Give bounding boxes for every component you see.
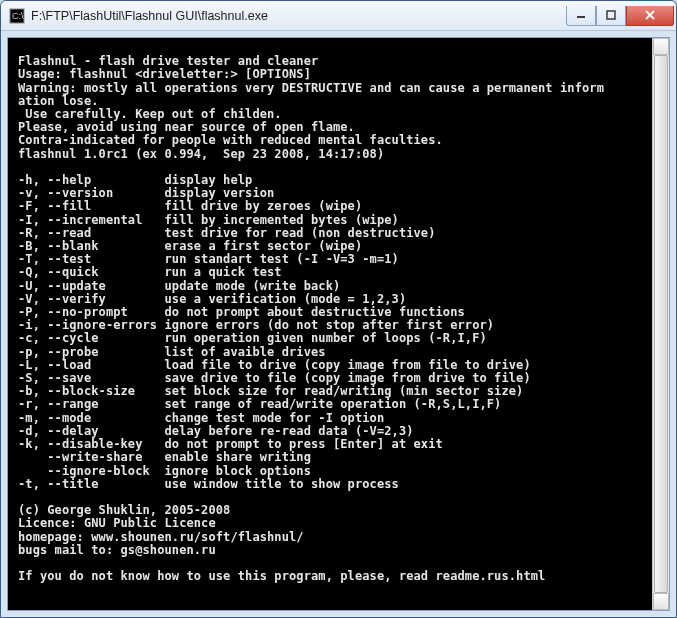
close-icon <box>645 10 655 20</box>
scrollbar-track[interactable] <box>653 55 669 593</box>
vertical-scrollbar[interactable] <box>652 38 669 610</box>
chevron-up-icon <box>657 44 665 50</box>
minimize-button[interactable] <box>566 6 596 26</box>
maximize-icon <box>606 10 616 20</box>
scroll-down-button[interactable] <box>653 593 669 610</box>
app-window: C:\ F:\FTP\FlashUtil\Flashnul GUI\flashn… <box>0 0 677 618</box>
scrollbar-thumb[interactable] <box>654 55 668 593</box>
titlebar[interactable]: C:\ F:\FTP\FlashUtil\Flashnul GUI\flashn… <box>1 1 676 31</box>
minimize-icon <box>576 10 586 20</box>
window-title: F:\FTP\FlashUtil\Flashnul GUI\flashnul.e… <box>31 9 566 23</box>
svg-rect-3 <box>607 11 615 19</box>
scroll-up-button[interactable] <box>653 38 669 55</box>
chevron-down-icon <box>657 599 665 605</box>
close-button[interactable] <box>626 6 674 26</box>
console-output[interactable]: Flashnul - flash drive tester and cleane… <box>8 38 669 610</box>
svg-text:C:\: C:\ <box>12 11 24 21</box>
window-controls <box>566 6 674 26</box>
maximize-button[interactable] <box>596 6 626 26</box>
console-client-area: Flashnul - flash drive tester and cleane… <box>7 37 670 611</box>
app-icon: C:\ <box>9 8 25 24</box>
